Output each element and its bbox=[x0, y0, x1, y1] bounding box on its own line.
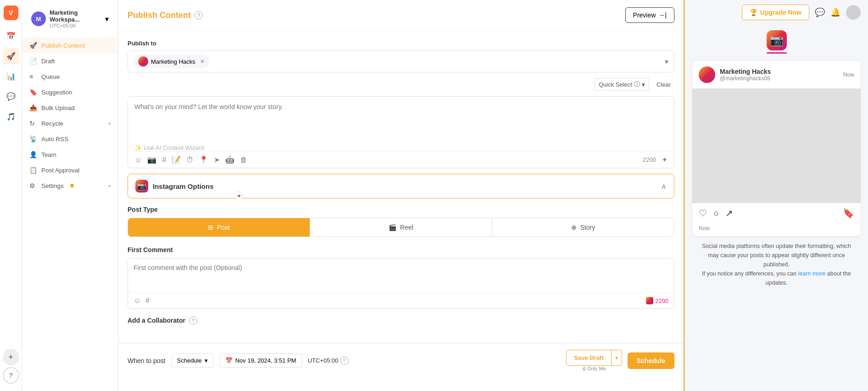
messages-icon[interactable]: 💬 bbox=[3, 88, 19, 105]
like-icon[interactable]: ♡ bbox=[699, 208, 707, 219]
timezone-help-icon[interactable]: ? bbox=[340, 357, 349, 365]
share-icon[interactable]: 🤖 bbox=[225, 155, 234, 164]
preview-button[interactable]: Preview →| bbox=[625, 7, 674, 23]
schedule-select[interactable]: Schedule ▾ bbox=[171, 353, 214, 368]
first-comment-area: ☺ # 2200 bbox=[128, 258, 674, 309]
analytics-icon[interactable]: 📊 bbox=[3, 68, 19, 84]
first-comment-textarea[interactable] bbox=[128, 259, 674, 291]
image-icon[interactable]: 📷 bbox=[147, 155, 156, 164]
publish-icon[interactable]: 🚀 bbox=[3, 48, 19, 64]
post-type-story-label: Story bbox=[580, 224, 595, 231]
add-collaborator-label: Add a Collaborator bbox=[128, 317, 185, 324]
add-button[interactable]: + bbox=[3, 349, 19, 365]
collaborator-help-icon[interactable]: ? bbox=[189, 316, 197, 325]
quick-select-info-icon: ⓘ bbox=[634, 80, 640, 88]
preview-panel-top: 📷 Marketing Hacks @marketinghacks08 Now … bbox=[685, 0, 868, 300]
nav-label-team: Team bbox=[41, 151, 56, 158]
when-to-post-bar: When to post Schedule ▾ 📅 Nov 19, 2024, … bbox=[118, 343, 684, 378]
publish-help-icon[interactable]: ? bbox=[195, 11, 203, 19]
save-draft-sub: & Only Me bbox=[582, 366, 606, 371]
comment-toolbar: ☺ # 2200 bbox=[128, 292, 674, 308]
nav-item-team[interactable]: 👤 Team bbox=[22, 147, 118, 162]
nav-label-settings: Settings bbox=[41, 182, 64, 189]
timezone-button[interactable]: UTC+05:00 ? bbox=[308, 357, 349, 365]
recycle-nav-icon: ↻ bbox=[29, 120, 37, 127]
queue-nav-icon: ≡ bbox=[29, 73, 37, 80]
nav-item-draft[interactable]: 📄 Draft bbox=[22, 53, 118, 69]
settings-nav-icon: ⚙ bbox=[29, 182, 37, 189]
instagram-options-header[interactable]: 📷 Instagram Options ∧ bbox=[128, 174, 674, 198]
account-tag: Marketing Hacks ✕ bbox=[134, 55, 209, 68]
save-draft-button[interactable]: Save Draft bbox=[566, 350, 611, 366]
preview-account-info: Marketing Hacks @marketinghacks08 bbox=[720, 68, 771, 82]
comment-icon[interactable]: ○ bbox=[713, 208, 719, 219]
quick-select-arrow-icon: ▾ bbox=[642, 81, 645, 88]
nav-label-suggestion: Suggestion bbox=[41, 89, 72, 96]
date-value: Nov 19, 2024, 3:51 PM bbox=[235, 357, 296, 364]
first-comment-label: First Comment bbox=[128, 246, 674, 253]
clear-button[interactable]: Clear bbox=[653, 79, 674, 90]
calendar-icon[interactable]: 📅 bbox=[3, 28, 19, 44]
nav-item-publish-content[interactable]: 🚀 Publish Content bbox=[22, 38, 118, 53]
template-icon[interactable]: 📝 bbox=[172, 155, 181, 164]
ai-wizard-row[interactable]: ✨ Use AI Content Wizard bbox=[128, 144, 674, 151]
add-collaborator-row[interactable]: Add a Collaborator ? bbox=[128, 316, 674, 325]
schedule-button[interactable]: Schedule bbox=[628, 352, 674, 369]
content-area: Publish Content ? Preview →| Publish to … bbox=[118, 0, 868, 391]
nav-label-queue: Queue bbox=[41, 73, 60, 80]
workspace-selector[interactable]: M Marketing Workspa... UTC+05:00 ▾ bbox=[26, 6, 114, 32]
account-tag-close[interactable]: ✕ bbox=[200, 58, 205, 65]
timezone-value: UTC+05:00 bbox=[308, 357, 339, 364]
magic-icon[interactable]: ✦ bbox=[662, 155, 668, 164]
nav-label-draft: Draft bbox=[41, 58, 55, 65]
nav-item-settings[interactable]: ⚙ Settings ▾ bbox=[22, 178, 118, 193]
nav-item-post-approval[interactable]: 📋 Post Approval bbox=[22, 162, 118, 178]
messages-header-icon[interactable]: 💬 bbox=[815, 7, 825, 17]
notifications-icon[interactable]: 🔔 bbox=[830, 7, 840, 17]
quick-select-button[interactable]: Quick Select ⓘ ▾ bbox=[595, 78, 649, 91]
share-preview-icon[interactable]: ↗ bbox=[725, 208, 733, 219]
quick-select-label: Quick Select bbox=[599, 81, 632, 88]
post-type-story-button[interactable]: ⊕ Story bbox=[492, 218, 674, 237]
left-nav: M Marketing Workspa... UTC+05:00 ▾ 🚀 Pub… bbox=[22, 0, 118, 391]
publish-panel: Publish Content ? Preview →| Publish to … bbox=[118, 0, 684, 391]
workspace-chevron-icon: ▾ bbox=[105, 15, 109, 23]
save-draft-dropdown-button[interactable]: ▾ bbox=[612, 350, 622, 366]
post-type-post-button[interactable]: ⊞ Post bbox=[128, 218, 310, 237]
upgrade-button[interactable]: 🏆 Upgrade Now bbox=[742, 5, 809, 20]
instagram-options-collapse-icon[interactable]: ∧ bbox=[661, 182, 667, 191]
location-icon[interactable]: 📍 bbox=[199, 155, 208, 164]
settings-dot bbox=[70, 184, 74, 187]
help-button[interactable]: ? bbox=[3, 367, 19, 384]
nav-item-bulk-upload[interactable]: 📤 Bulk Upload bbox=[22, 100, 118, 116]
bookmark-icon[interactable]: 🔖 bbox=[843, 208, 854, 219]
sidebar-collapse-button[interactable]: ◀ bbox=[234, 191, 243, 200]
account-avatar bbox=[138, 56, 148, 66]
main-content: Publish Content ? Preview →| Publish to … bbox=[118, 0, 868, 391]
nav-item-recycle[interactable]: ↻ Recycle ▾ bbox=[22, 116, 118, 131]
ig-options-left: 📷 Instagram Options bbox=[135, 180, 214, 193]
forward-icon[interactable]: ➤ bbox=[214, 155, 220, 164]
comment-hashtag-icon[interactable]: # bbox=[145, 297, 150, 305]
calendar-icon: 📅 bbox=[225, 357, 233, 364]
comment-char-count: 2200 bbox=[646, 297, 668, 304]
comment-emoji-icon[interactable]: ☺ bbox=[134, 297, 141, 305]
publish-to-row[interactable]: Marketing Hacks ✕ ▾ bbox=[128, 50, 674, 72]
nav-item-queue[interactable]: ≡ Queue bbox=[22, 69, 118, 84]
nav-item-suggestion[interactable]: 🔖 Suggestion bbox=[22, 84, 118, 100]
user-avatar[interactable] bbox=[846, 5, 861, 20]
audio-icon[interactable]: 🎵 bbox=[3, 108, 19, 125]
emoji-icon[interactable]: ☺ bbox=[134, 156, 142, 164]
delete-icon[interactable]: 🗑 bbox=[240, 156, 247, 164]
post-type-reel-button[interactable]: 🎬 Reel bbox=[310, 218, 492, 237]
upgrade-label: Upgrade Now bbox=[760, 9, 801, 16]
publish-to-dropdown-arrow[interactable]: ▾ bbox=[665, 57, 668, 66]
workspace-info: Marketing Workspa... UTC+05:00 bbox=[50, 9, 101, 28]
nav-item-auto-rss[interactable]: 📡 Auto RSS bbox=[22, 131, 118, 147]
learn-more-link[interactable]: learn more bbox=[798, 270, 826, 277]
hashtag-icon[interactable]: # bbox=[162, 156, 166, 164]
date-picker-button[interactable]: 📅 Nov 19, 2024, 3:51 PM bbox=[219, 353, 302, 368]
content-textarea[interactable] bbox=[128, 97, 674, 143]
clock-icon[interactable]: ⏱ bbox=[186, 156, 194, 164]
preview-panel: 🏆 Upgrade Now 💬 🔔 📷 Marketing Hacks bbox=[684, 0, 868, 391]
